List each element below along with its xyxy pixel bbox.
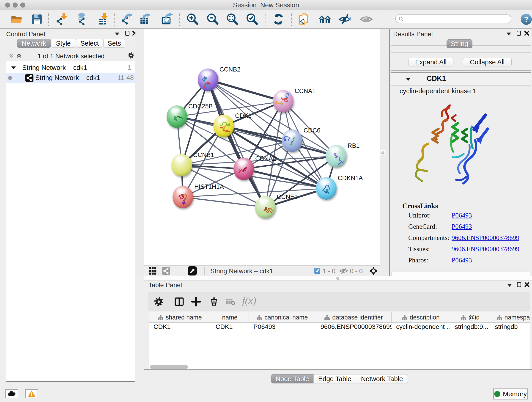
table-h-scrollbar[interactable]: [149, 364, 530, 370]
crosslink-link[interactable]: 9606.ENSP00000378699: [452, 234, 519, 242]
table-h-scrollbar-thumb[interactable]: [150, 365, 188, 369]
help-button[interactable]: ?: [520, 13, 532, 25]
network-node-CCNA2[interactable]: [234, 158, 254, 180]
section-collapse-icon[interactable]: [405, 77, 411, 81]
hidden-items-icon[interactable]: [339, 268, 348, 274]
selected-nodes-checkbox[interactable]: [314, 268, 320, 274]
open-session-icon[interactable]: [10, 13, 23, 26]
hide-show-icon[interactable]: [338, 13, 351, 26]
zoom-in-icon[interactable]: [186, 13, 199, 26]
add-column-icon[interactable]: [191, 297, 201, 307]
import-network-database-icon[interactable]: [76, 13, 89, 26]
graphics-details-icon[interactable]: [360, 13, 373, 26]
table-panel-maximize-icon[interactable]: [517, 282, 521, 287]
crosslink-label: Uniprot:: [408, 211, 431, 219]
horizontal-splitter[interactable]: [144, 276, 532, 281]
network-node-CCNE1[interactable]: [255, 196, 276, 218]
network-node-HIST1H1A[interactable]: [172, 186, 193, 208]
table-panel: Table Panel f(x) shared namenamecanonica…: [144, 281, 532, 386]
column-header-shared-name[interactable]: shared name: [149, 313, 211, 322]
crosslink-label: Tissues:: [408, 245, 430, 253]
tab-string[interactable]: String: [447, 39, 472, 48]
tree-network-node-count: 11: [117, 74, 124, 82]
fit-content-crosshair-icon[interactable]: [369, 266, 378, 275]
import-table-file-icon[interactable]: [95, 13, 108, 26]
right-splitter-handle[interactable]: [380, 150, 385, 155]
grid-view-icon[interactable]: [149, 267, 159, 274]
network-tree-root-row[interactable]: String Network – cdk1 1: [6, 63, 135, 73]
expand-all-button[interactable]: Expand All: [408, 58, 453, 66]
control-panel-float-icon[interactable]: [114, 32, 120, 36]
crosslink-link[interactable]: P06493: [452, 211, 472, 219]
network-selection-status: 1 of 1 Network selected: [23, 52, 119, 60]
copy-network-icon[interactable]: [298, 13, 310, 26]
import-network-file-icon[interactable]: [55, 13, 68, 26]
crosslink-link[interactable]: P06493: [452, 256, 472, 264]
memory-button[interactable]: Memory: [493, 389, 528, 400]
cloud-status-button[interactable]: [5, 389, 18, 398]
network-node-CCNA1[interactable]: [273, 90, 293, 113]
network-node-CDKN1A[interactable]: [316, 177, 336, 200]
zoom-selected-icon[interactable]: [246, 13, 259, 26]
network-tree-row-selected[interactable]: String Network – cdk1 11 48: [6, 73, 135, 83]
network-canvas[interactable]: CCNB2CCNA1CDC25BCDK1CDC6RB1CCNB1CCNA2CDK…: [144, 29, 380, 265]
table-panel-float-icon[interactable]: [507, 283, 512, 287]
tab-sets[interactable]: Sets: [103, 39, 125, 48]
collapse-all-button[interactable]: Collapse All: [463, 58, 512, 66]
zoom-fit-icon[interactable]: [226, 13, 239, 26]
network-share-view-icon[interactable]: [162, 267, 170, 275]
show-columns-icon[interactable]: [174, 297, 184, 307]
results-panel-close-icon[interactable]: [524, 31, 530, 36]
column-header-database-identifier[interactable]: database identifier: [316, 313, 392, 322]
export-network-icon[interactable]: [121, 13, 133, 26]
crosslink-label: Pharos:: [408, 256, 428, 264]
delete-column-icon[interactable]: [209, 296, 219, 307]
tab-node-table[interactable]: Node Table: [271, 374, 313, 383]
results-panel-maximize-icon[interactable]: [517, 31, 521, 36]
network-node-RB1[interactable]: [326, 145, 346, 167]
column-header--id[interactable]: @id: [450, 313, 490, 322]
search-input[interactable]: [395, 14, 511, 23]
tab-network-table[interactable]: Network Table: [356, 374, 408, 383]
column-header-description[interactable]: description: [392, 313, 450, 322]
status-bar: Memory: [0, 386, 532, 402]
crosslink-link[interactable]: 9606.ENSP00000378699: [452, 245, 519, 253]
export-table-icon[interactable]: [139, 13, 152, 26]
tab-network[interactable]: Network: [17, 39, 51, 48]
tab-edge-table[interactable]: Edge Table: [313, 374, 356, 383]
network-node-CCNB1[interactable]: [171, 154, 192, 177]
network-options-gear-icon[interactable]: [127, 52, 135, 59]
network-node-CDK1[interactable]: [213, 115, 234, 137]
warning-status-button[interactable]: [25, 389, 38, 398]
right-splitter[interactable]: [380, 29, 389, 276]
expand-all-networks-icon[interactable]: [16, 53, 22, 59]
delete-table-icon: [226, 298, 235, 306]
table-panel-close-icon[interactable]: [524, 282, 530, 287]
horizontal-splitter-handle[interactable]: [335, 276, 340, 280]
refresh-layout-icon[interactable]: [272, 13, 285, 26]
results-buttons-panel: Expand All Collapse All: [391, 52, 531, 71]
table-settings-gear-icon[interactable]: [153, 296, 164, 307]
function-builder-button: f(x): [242, 295, 256, 306]
tab-select[interactable]: Select: [76, 39, 103, 48]
left-splitter[interactable]: [135, 29, 144, 276]
table-row[interactable]: CDK1CDK1P064939606.ENSP00000378699cyclin…: [149, 323, 530, 331]
column-header-name[interactable]: name: [211, 313, 249, 322]
network-node-CDC25B[interactable]: [167, 105, 187, 128]
control-panel-maximize-icon[interactable]: [125, 31, 129, 36]
export-image-icon[interactable]: [161, 13, 174, 26]
birds-eye-view-icon[interactable]: [188, 266, 197, 275]
column-header-namespace[interactable]: namespace: [490, 313, 530, 322]
zoom-out-icon[interactable]: [206, 13, 219, 26]
results-panel-float-icon[interactable]: [506, 32, 512, 36]
tree-expand-icon[interactable]: [11, 66, 16, 70]
save-session-icon[interactable]: [31, 13, 43, 26]
first-neighbors-icon[interactable]: [318, 13, 331, 26]
cdk1-section-header[interactable]: CDK1: [391, 73, 531, 85]
network-node-CDC6[interactable]: [282, 129, 302, 152]
crosslink-link[interactable]: P06493: [452, 223, 472, 230]
tab-style[interactable]: Style: [51, 39, 76, 48]
column-header-canonical-name[interactable]: canonical name: [249, 313, 316, 322]
network-node-CCNB2[interactable]: [198, 69, 218, 91]
collapse-all-networks-icon[interactable]: [8, 53, 14, 59]
